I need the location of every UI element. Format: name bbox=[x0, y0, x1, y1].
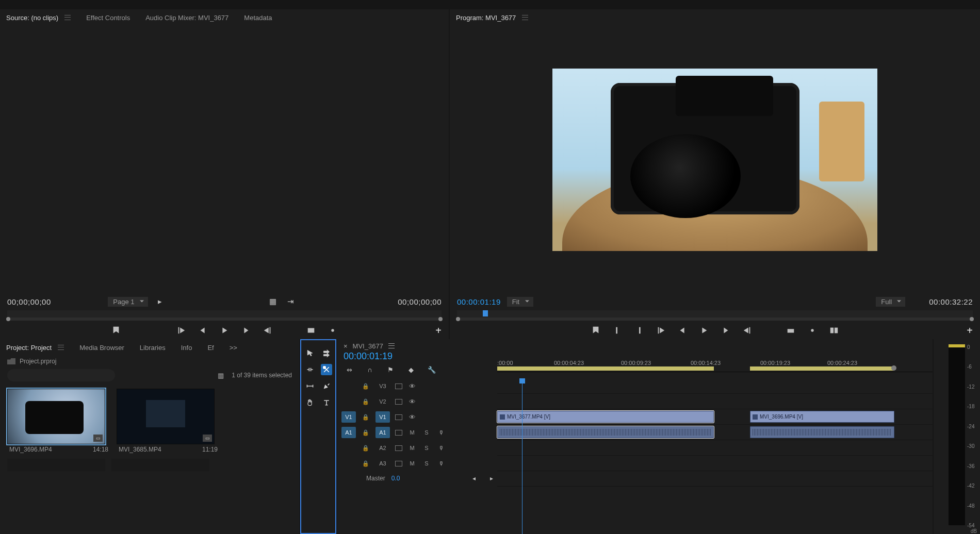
voice-over-icon[interactable]: 🎙 bbox=[436, 429, 446, 436]
timeline-settings-icon[interactable]: 🔧 bbox=[426, 364, 437, 375]
program-ruler[interactable] bbox=[457, 310, 973, 321]
mark-in-icon[interactable] bbox=[132, 325, 143, 336]
track-header-a2[interactable]: 🔒A2MS🎙 bbox=[337, 440, 497, 456]
prev-keyframe-icon[interactable]: ◂ bbox=[468, 473, 480, 484]
program-zoom-select[interactable]: Fit bbox=[507, 297, 533, 307]
project-clip-partial[interactable] bbox=[111, 459, 209, 471]
project-clip-partial[interactable] bbox=[7, 459, 105, 471]
program-quality-select[interactable]: Full bbox=[876, 297, 905, 307]
tab-overflow[interactable]: >> bbox=[230, 344, 237, 352]
project-clip[interactable]: ▭ MVI_3685.MP411:19 bbox=[117, 389, 220, 455]
export-frame-icon[interactable] bbox=[327, 325, 338, 336]
timeline-ruler[interactable]: :00:0000:00:04:2300:00:09:2300:00:14:230… bbox=[497, 358, 933, 372]
tab-media-browser[interactable]: Media Browser bbox=[79, 344, 124, 352]
next-keyframe-icon[interactable]: ▸ bbox=[486, 473, 497, 484]
timeline-clip[interactable]: MVI_3696.MP4 [V] bbox=[750, 411, 894, 423]
track-header-v1[interactable]: V1🔒V1👁 bbox=[337, 409, 497, 425]
goto-out-icon[interactable] bbox=[262, 325, 273, 336]
tab-effects-truncated[interactable]: Ef bbox=[207, 344, 214, 352]
sequence-tab[interactable]: MVI_3677 bbox=[353, 342, 383, 350]
tab-audio-clip-mixer[interactable]: Audio Clip Mixer: MVI_3677 bbox=[145, 14, 228, 22]
lock-icon[interactable]: 🔒 bbox=[361, 460, 370, 467]
goto-out-icon[interactable] bbox=[742, 325, 753, 336]
timeline-playhead[interactable] bbox=[522, 378, 522, 534]
export-frame-icon[interactable] bbox=[807, 325, 818, 336]
voice-over-icon[interactable]: 🎙 bbox=[436, 460, 446, 466]
lock-icon[interactable]: 🔒 bbox=[361, 429, 370, 436]
panel-menu-icon[interactable] bbox=[388, 342, 395, 350]
sync-lock-icon[interactable] bbox=[395, 414, 402, 420]
linked-selection-icon[interactable]: ∩ bbox=[364, 364, 375, 375]
source-timecode-left[interactable]: 00;00;00;00 bbox=[7, 297, 51, 306]
overwrite-icon[interactable] bbox=[305, 325, 317, 336]
new-bin-icon[interactable]: ▥ bbox=[215, 370, 226, 381]
goto-in-icon[interactable] bbox=[655, 325, 666, 336]
settings-icon[interactable] bbox=[911, 296, 923, 307]
program-monitor-view[interactable] bbox=[450, 26, 980, 294]
marker-icon[interactable] bbox=[110, 325, 122, 336]
play-icon[interactable] bbox=[698, 325, 710, 336]
mute-icon[interactable]: M bbox=[407, 460, 417, 466]
snap-icon[interactable]: ⇔ bbox=[344, 364, 355, 375]
sync-lock-icon[interactable] bbox=[395, 399, 402, 405]
tab-source[interactable]: Source: (no clips) bbox=[6, 14, 58, 22]
add-marker-icon[interactable]: ⚑ bbox=[385, 364, 396, 375]
sync-lock-icon[interactable] bbox=[395, 383, 402, 389]
hand-tool[interactable] bbox=[304, 397, 316, 408]
step-back-icon[interactable] bbox=[677, 325, 688, 336]
comparison-view-icon[interactable] bbox=[828, 325, 840, 336]
step-fwd-icon[interactable] bbox=[720, 325, 731, 336]
source-ruler[interactable] bbox=[7, 310, 442, 321]
button-editor-add-icon[interactable]: + bbox=[967, 325, 973, 337]
razor-tool[interactable] bbox=[321, 364, 332, 375]
lock-icon[interactable]: 🔒 bbox=[361, 414, 370, 421]
source-view-mode-icon[interactable]: ▦ bbox=[267, 296, 279, 307]
lock-icon[interactable]: 🔒 bbox=[361, 398, 370, 405]
panel-menu-icon[interactable] bbox=[522, 14, 528, 22]
button-editor-add-icon[interactable]: + bbox=[435, 325, 442, 337]
program-timecode-current[interactable]: 00:00:01:19 bbox=[457, 297, 501, 306]
voice-over-icon[interactable]: 🎙 bbox=[436, 445, 446, 451]
solo-icon[interactable]: S bbox=[422, 460, 431, 466]
slip-tool[interactable] bbox=[304, 380, 316, 392]
step-back-icon[interactable] bbox=[197, 325, 208, 336]
lock-icon[interactable]: 🔒 bbox=[361, 445, 370, 452]
panel-menu-icon[interactable] bbox=[64, 14, 71, 22]
type-tool[interactable] bbox=[321, 397, 332, 408]
marker-icon[interactable] bbox=[590, 325, 601, 336]
tab-metadata[interactable]: Metadata bbox=[244, 14, 272, 22]
play-around-icon[interactable]: ▸ bbox=[154, 296, 166, 307]
tab-program[interactable]: Program: MVI_3677 bbox=[456, 14, 516, 22]
sync-lock-icon[interactable] bbox=[395, 461, 402, 466]
source-page-select[interactable]: Page 1 bbox=[108, 297, 148, 307]
track-header-a3[interactable]: 🔒A3MS🎙 bbox=[337, 456, 497, 471]
panel-menu-icon[interactable] bbox=[58, 344, 64, 352]
mark-out-icon[interactable] bbox=[154, 325, 165, 336]
extract-icon[interactable] bbox=[785, 325, 796, 336]
track-header-v2[interactable]: 🔒V2👁 bbox=[337, 394, 497, 409]
mark-out-icon[interactable] bbox=[633, 325, 645, 336]
timeline-clip[interactable]: MVI_3677.MP4 [V] bbox=[497, 411, 714, 423]
goto-in-icon[interactable] bbox=[175, 325, 187, 336]
source-patch-a1[interactable]: A1 bbox=[341, 427, 356, 438]
lift-icon[interactable] bbox=[763, 325, 775, 336]
ripple-edit-tool[interactable] bbox=[304, 364, 316, 375]
source-insert-icon[interactable]: ⇥ bbox=[285, 296, 296, 307]
solo-icon[interactable]: S bbox=[422, 445, 431, 451]
toggle-track-output-icon[interactable]: 👁 bbox=[407, 413, 417, 421]
project-clip[interactable]: ▭ MVI_3696.MP414:18 bbox=[7, 389, 110, 455]
track-header-a1[interactable]: A1🔒A1MS🎙 bbox=[337, 425, 497, 440]
selection-tool[interactable] bbox=[304, 347, 316, 359]
track-header-v3[interactable]: 🔒V3👁 bbox=[337, 378, 497, 394]
timeline-tracks-area[interactable]: MVI_3677.MP4 [V]MVI_3696.MP4 [V] bbox=[497, 378, 933, 534]
timeline-clip[interactable] bbox=[750, 426, 894, 438]
mute-icon[interactable]: M bbox=[407, 445, 417, 451]
toggle-track-output-icon[interactable]: 👁 bbox=[407, 398, 417, 406]
tab-effect-controls[interactable]: Effect Controls bbox=[86, 14, 130, 22]
insert-icon[interactable] bbox=[284, 325, 295, 336]
sync-lock-icon[interactable] bbox=[395, 430, 402, 436]
timeline-clip[interactable] bbox=[497, 426, 714, 438]
mute-icon[interactable]: M bbox=[407, 429, 417, 436]
mark-in-icon[interactable] bbox=[612, 325, 623, 336]
source-patch-v1[interactable]: V1 bbox=[341, 411, 356, 423]
